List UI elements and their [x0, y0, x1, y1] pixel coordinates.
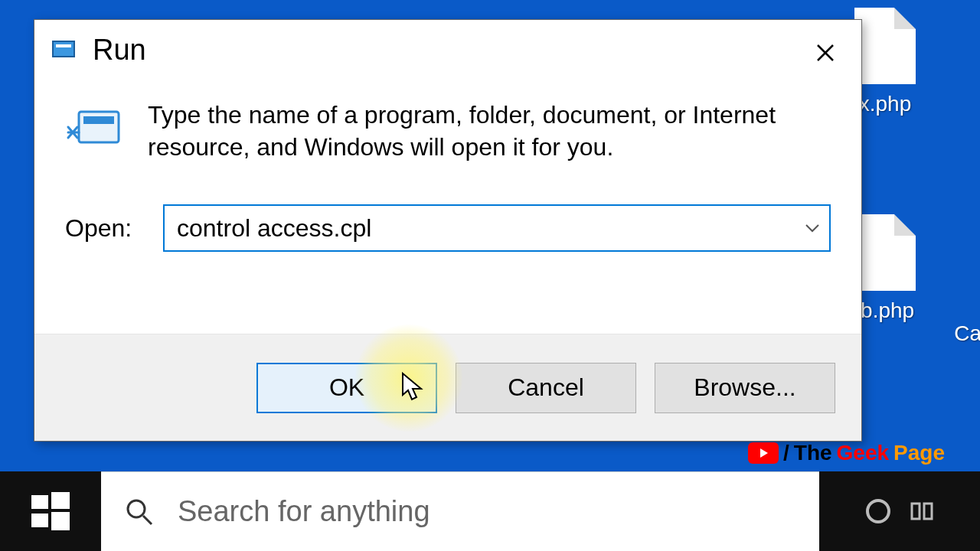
file-icon [854, 214, 916, 291]
svg-rect-10 [51, 512, 70, 530]
svg-point-11 [128, 500, 145, 517]
svg-point-13 [867, 500, 889, 522]
svg-rect-14 [912, 504, 920, 519]
svg-rect-15 [924, 504, 932, 519]
youtube-icon [748, 442, 779, 464]
titlebar[interactable]: Run [34, 20, 861, 80]
run-titlebar-icon [51, 38, 79, 61]
dialog-description: Type the name of a program, folder, docu… [148, 99, 831, 163]
browse-button[interactable]: Browse... [655, 363, 835, 413]
desktop-cut-label: Ca [954, 321, 980, 346]
taskbar-tray[interactable] [819, 471, 980, 551]
dialog-footer: OK Cancel Browse... [34, 334, 861, 441]
open-combobox[interactable] [163, 204, 831, 252]
close-icon [815, 42, 836, 64]
ok-button[interactable]: OK [256, 363, 437, 413]
windows-logo-icon [30, 491, 71, 532]
cancel-button[interactable]: Cancel [456, 363, 636, 413]
cortana-ring-icon [863, 496, 893, 527]
svg-rect-7 [31, 495, 48, 509]
watermark: / The Geek Page [748, 441, 945, 465]
task-view-icon [909, 497, 936, 525]
file-icon [854, 8, 916, 84]
search-placeholder: Search for anything [178, 495, 430, 528]
taskbar: Search for anything [0, 471, 980, 551]
run-large-icon [65, 104, 126, 155]
taskbar-search[interactable]: Search for anything [101, 471, 819, 551]
search-icon [124, 497, 155, 527]
svg-rect-8 [51, 492, 70, 509]
start-button[interactable] [0, 471, 101, 551]
svg-rect-1 [56, 44, 71, 47]
svg-rect-0 [53, 41, 74, 57]
close-button[interactable] [799, 34, 852, 72]
chevron-down-icon[interactable] [795, 223, 829, 233]
dialog-body: Type the name of a program, folder, docu… [34, 80, 861, 334]
open-label: Open: [65, 214, 142, 243]
svg-line-12 [143, 516, 152, 524]
svg-rect-5 [83, 116, 114, 124]
svg-rect-9 [31, 514, 48, 527]
open-input[interactable] [165, 206, 795, 250]
dialog-title: Run [93, 34, 146, 67]
run-dialog: Run Type the name of a program, folder, … [34, 19, 862, 442]
